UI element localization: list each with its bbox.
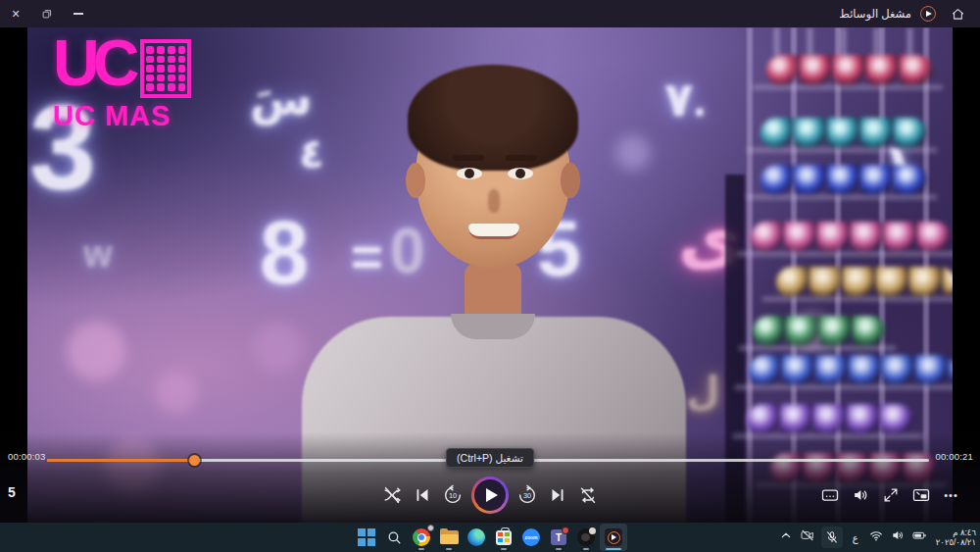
repeat-off-button[interactable] xyxy=(576,477,600,514)
play-button[interactable] xyxy=(471,477,509,514)
tray-time: ٨:٤٦ م xyxy=(936,527,976,537)
media-player-window: ✕ مشغل الوسائط xyxy=(0,0,980,552)
next-button[interactable] xyxy=(546,477,569,514)
media-player-app-icon xyxy=(920,6,936,22)
battery-indicator[interactable] xyxy=(911,527,927,547)
minimize-icon xyxy=(74,13,83,15)
tray-volume-indicator[interactable] xyxy=(890,527,906,547)
window-title: مشغل الوسائط xyxy=(839,7,911,21)
boy-eye xyxy=(457,168,482,179)
shuffle-off-icon xyxy=(381,484,403,506)
battery-icon xyxy=(911,527,927,543)
camera-off-indicator[interactable] xyxy=(800,527,815,547)
zoom-icon: zoom xyxy=(522,528,540,546)
boy-ear xyxy=(561,163,580,198)
chrome-icon xyxy=(413,528,430,546)
ucmas-logo: UC UC MAS xyxy=(53,33,191,132)
clock[interactable]: ٨:٤٦ م ٢٠٢٥/٠٨/٢١ xyxy=(933,527,976,547)
tshirt-collar xyxy=(451,314,535,339)
microsoft-store-icon xyxy=(496,530,512,545)
seek-progress xyxy=(47,459,194,462)
skip-back-10-button[interactable]: 10 xyxy=(441,477,465,514)
windows-logo-icon xyxy=(358,528,375,546)
tray-date: ٢٠٢٥/٠٨/٢١ xyxy=(936,537,976,547)
system-tray: ع ٨:٤٦ م xyxy=(778,523,976,552)
overlay-count: 5 xyxy=(8,484,16,500)
dark-app-icon xyxy=(577,528,595,546)
titlebar: ✕ مشغل الوسائط xyxy=(0,0,980,27)
wifi-icon xyxy=(868,527,884,543)
media-player-icon xyxy=(605,528,622,546)
chevron-up-icon xyxy=(778,527,794,543)
language-indicator[interactable]: ع xyxy=(849,532,862,543)
subtitles-button[interactable] xyxy=(817,483,842,507)
microphone-muted-indicator[interactable] xyxy=(821,527,843,548)
home-icon xyxy=(950,6,966,23)
fullscreen-icon xyxy=(881,485,901,505)
video-stage[interactable]: 3 سَ ٤ 8 = 0 5 ٧. ى ١ w ل xyxy=(0,27,980,523)
edge-icon xyxy=(467,528,485,546)
boy-eye xyxy=(508,168,533,179)
shuffle-off-button[interactable] xyxy=(380,477,404,514)
previous-button[interactable] xyxy=(411,477,434,514)
next-icon xyxy=(547,484,568,506)
boy-ear xyxy=(406,163,425,198)
previous-icon xyxy=(412,484,433,506)
close-button[interactable]: ✕ xyxy=(0,0,31,27)
skip-forward-30-icon: 30 xyxy=(516,484,538,506)
taskbar-chrome[interactable] xyxy=(408,524,435,551)
file-explorer-icon xyxy=(440,530,459,544)
taskbar-media-player-active[interactable] xyxy=(600,524,627,551)
elapsed-time: 00:00:03 xyxy=(8,451,46,462)
mini-player-icon xyxy=(911,485,931,505)
more-options-button[interactable]: ••• xyxy=(939,483,963,507)
subtitles-icon xyxy=(820,485,840,505)
skip-back-10-icon: 10 xyxy=(442,484,464,506)
boy-nose xyxy=(488,189,500,213)
boy-eyebrow xyxy=(453,155,484,161)
taskbar-dark-app[interactable] xyxy=(572,524,600,551)
play-tooltip: تشغيل (Ctrl+P) xyxy=(446,448,534,468)
fullscreen-button[interactable] xyxy=(878,483,903,507)
teams-icon: T xyxy=(551,529,566,545)
seek-thumb[interactable] xyxy=(189,455,200,466)
camera-off-icon xyxy=(800,527,815,543)
chrome-badge xyxy=(427,525,434,531)
taskbar: zoom T xyxy=(0,523,980,552)
play-icon xyxy=(474,479,506,511)
window-controls: ✕ xyxy=(0,0,94,27)
svg-text:30: 30 xyxy=(523,491,531,500)
minimize-button[interactable] xyxy=(63,0,94,27)
tray-chevron-button[interactable] xyxy=(778,527,794,547)
taskbar-zoom[interactable]: zoom xyxy=(517,524,545,551)
ucmas-wordmark: UC MAS xyxy=(53,100,191,132)
taskbar-edge[interactable] xyxy=(463,524,490,551)
boy-hair xyxy=(408,65,578,171)
ucmas-monogram: UC xyxy=(53,33,132,93)
boy-eyebrow xyxy=(506,155,537,161)
taskbar-teams[interactable]: T xyxy=(545,524,572,551)
transport-controls: 10 30 xyxy=(380,477,600,514)
boy-smile xyxy=(468,224,519,239)
svg-text:10: 10 xyxy=(449,491,457,500)
restore-button[interactable] xyxy=(31,0,63,27)
dark-app-badge xyxy=(589,527,596,534)
start-button[interactable] xyxy=(353,524,380,551)
taskbar-file-explorer[interactable] xyxy=(435,524,463,551)
skip-forward-30-button[interactable]: 30 xyxy=(515,477,539,514)
more-options-icon: ••• xyxy=(944,489,958,501)
search-button[interactable] xyxy=(380,524,408,551)
teams-badge xyxy=(562,527,569,534)
titlebar-right: مشغل الوسائط xyxy=(839,0,980,27)
mini-player-button[interactable] xyxy=(908,483,933,507)
volume-icon xyxy=(851,485,870,505)
repeat-off-icon xyxy=(577,484,599,506)
restore-icon xyxy=(41,8,53,20)
wifi-indicator[interactable] xyxy=(868,527,884,547)
mic-off-icon xyxy=(824,529,840,545)
taskbar-microsoft-store[interactable] xyxy=(490,524,517,551)
search-icon xyxy=(386,529,403,546)
volume-button[interactable] xyxy=(848,483,872,507)
ucmas-abacus-icon xyxy=(140,39,191,98)
home-button[interactable] xyxy=(945,0,970,27)
